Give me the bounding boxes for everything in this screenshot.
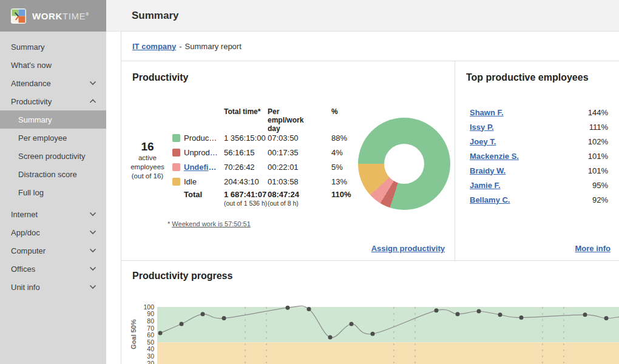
brand-work: WORK [32,11,63,21]
employee-row: Issy P.111% [470,120,608,134]
sidebar-item-internet[interactable]: Internet [0,205,106,223]
worktime-logo[interactable]: WORKTIME® [0,0,106,32]
column-per-empl-work-day: Per empl/work day [268,107,331,133]
chevron-down-icon [89,212,96,217]
table-header-row: Total time* Per empl/work day % [172,107,373,130]
sidebar-item-summary[interactable]: Summary [0,38,106,56]
chevron-down-icon [89,248,96,253]
employee-link[interactable]: Mackenzie S. [470,152,519,161]
svg-text:20: 20 [147,360,154,364]
chevron-down-icon [89,81,96,86]
productivity-donut [358,118,450,210]
productive-color-swatch [172,134,180,142]
svg-text:80: 80 [147,317,154,325]
sidebar-item-attendance[interactable]: Attendance [0,74,106,92]
table-row-idle: Idle 204:43:10 01:03:58 13% [172,174,373,189]
sidebar-item-whats-now[interactable]: What's now [0,56,106,74]
top-employees-list: Shawn F.144% Issy P.111% Joey T.102% Mac… [470,105,608,207]
column-percent: % [331,107,358,116]
sidebar-item-per-employee[interactable]: Per employee [0,129,106,147]
breadcrumb-separator: - [179,42,181,51]
sidebar-item-computer[interactable]: Computer [0,241,106,260]
productivity-progress-panel: Productivity progress 100908070605040302… [121,261,619,363]
employee-link[interactable]: Shawn F. [470,108,504,117]
registered-mark: ® [86,12,89,16]
summary-panels: Productivity 16 active employees (out of… [121,61,619,261]
chevron-down-icon [89,285,96,289]
goal-axis-label: Goal 50% [130,310,137,359]
active-employees-count: 16 [125,140,170,153]
productivity-panel: Productivity 16 active employees (out of… [121,61,455,260]
idle-color-swatch [172,178,180,186]
donut-hole [384,144,424,184]
sidebar: WORKTIME® Summary What's now Attendance … [0,0,106,364]
employee-link[interactable]: Joey T. [470,137,496,146]
employee-row: Braidy W.101% [470,163,608,178]
sidebar-item-productivity[interactable]: Productivity [0,92,106,110]
svg-text:30: 30 [147,352,154,360]
active-employees-out-of: (out of 16) [125,172,170,180]
sidebar-item-distraction-score[interactable]: Distraction score [0,165,106,183]
svg-text:50: 50 [147,339,154,346]
employee-row: Mackenzie S.101% [470,149,608,163]
active-employees-block: 16 active employees (out of 16) [125,140,170,180]
productivity-panel-title: Productivity [132,72,188,83]
worktime-wordmark: WORKTIME® [32,11,89,21]
employee-row: Joey T.102% [470,134,608,149]
table-row-productive: Productive 1 356:15:00 07:03:50 88% [172,130,373,145]
productivity-progress-chart: 1009080706050403020 [121,261,619,364]
chevron-down-icon [89,230,96,235]
sidebar-item-offices[interactable]: Offices [0,260,106,278]
page-title: Summary [106,10,178,22]
undefined-link[interactable]: Undefined [184,163,218,172]
sidebar-item-productivity-summary[interactable]: Summary [0,110,106,129]
page-header: Summary [106,0,619,32]
brand-time: TIME [63,11,86,21]
breadcrumb-report-name: Summary report [185,42,242,51]
weekend-work-link[interactable]: Weekend work is 57:50:51 [172,220,250,228]
report-area: IT company - Summary report Productivity… [121,32,619,364]
sidebar-item-screen-productivity[interactable]: Screen productivity [0,147,106,165]
chevron-up-icon [89,99,96,104]
svg-text:70: 70 [147,325,154,332]
employee-row: Shawn F.144% [470,105,608,120]
svg-text:60: 60 [147,331,154,339]
table-row-total: Total 1 687:41:07(out of 1 536 h) 08:47:… [172,190,373,207]
assign-productivity-link[interactable]: Assign productivity [371,244,445,253]
svg-text:40: 40 [147,345,154,352]
employee-link[interactable]: Braidy W. [470,166,506,175]
breadcrumb: IT company - Summary report [121,32,619,61]
employee-link[interactable]: Jamie F. [470,181,501,190]
weekend-work-footnote: * Weekend work is 57:50:51 [167,220,251,228]
top-employees-panel: Top productive employees Shawn F.144% Is… [455,61,619,260]
worktime-logo-icon [10,8,27,24]
employee-link[interactable]: Issy P. [470,123,494,132]
table-row-undefined: Undefined 70:26:42 00:22:01 5% [172,160,373,174]
main-content: IT company - Summary report Productivity… [106,32,619,364]
chevron-down-icon [89,266,96,271]
svg-text:90: 90 [147,310,154,317]
undefined-color-swatch [172,163,180,171]
sidebar-item-unit-info[interactable]: Unit info [0,278,106,296]
more-info-link[interactable]: More info [575,244,611,253]
employee-row: Jamie F.95% [470,178,608,192]
unproductive-color-swatch [172,149,180,157]
sidebar-item-app-doc[interactable]: App/doc [0,223,106,241]
table-row-unproductive: Unproductive 56:16:15 00:17:35 4% [172,145,373,160]
sidebar-item-full-log[interactable]: Full log [0,183,106,201]
productivity-table: Total time* Per empl/work day % Producti… [172,107,373,207]
top-employees-title: Top productive employees [466,72,589,83]
employee-row: Bellamy C.92% [470,192,608,207]
sidebar-nav: Summary What's now Attendance Productivi… [0,32,106,296]
breadcrumb-company-link[interactable]: IT company [132,42,176,51]
svg-text:100: 100 [143,303,154,311]
column-total-time: Total time* [224,107,268,116]
employee-link[interactable]: Bellamy C. [470,195,510,204]
